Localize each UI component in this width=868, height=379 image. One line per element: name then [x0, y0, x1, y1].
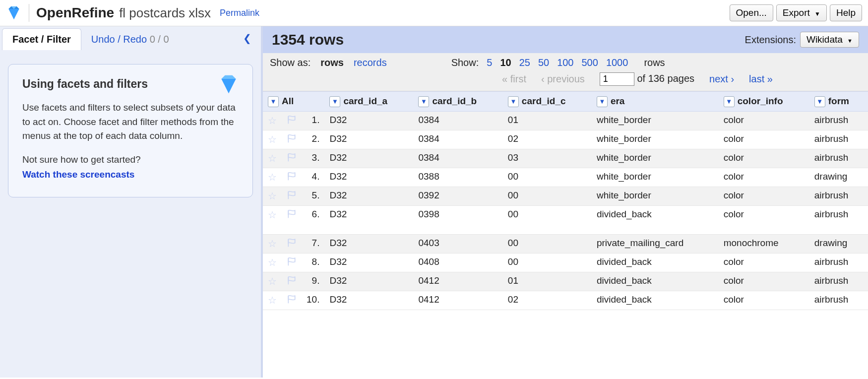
cell-card_id_c[interactable]: 00	[503, 187, 592, 205]
cell-card_id_b[interactable]: 0408	[413, 253, 502, 272]
cell-card_id_a[interactable]: D32	[324, 205, 413, 234]
cell-form[interactable]: airbrush	[809, 205, 868, 234]
star-icon[interactable]: ☆	[268, 238, 277, 250]
cell-form[interactable]: airbrush	[809, 253, 868, 272]
cell-card_id_c[interactable]: 00	[503, 205, 592, 234]
screencasts-link[interactable]: Watch these screencasts	[22, 169, 134, 180]
cell-form[interactable]: airbrush	[809, 272, 868, 291]
star-icon[interactable]: ☆	[268, 256, 277, 268]
flag-icon[interactable]	[287, 256, 297, 269]
star-icon[interactable]: ☆	[268, 115, 277, 126]
flag-icon[interactable]	[287, 152, 297, 165]
flag-icon[interactable]	[287, 209, 297, 221]
star-icon[interactable]: ☆	[268, 209, 277, 221]
star-icon[interactable]: ☆	[268, 171, 277, 183]
cell-color_info[interactable]: color	[719, 187, 809, 205]
show-as-records[interactable]: records	[354, 57, 387, 68]
cell-card_id_c[interactable]: 01	[503, 272, 592, 291]
cell-card_id_c[interactable]: 01	[503, 111, 592, 130]
cell-form[interactable]: airbrush	[809, 130, 868, 149]
cell-card_id_a[interactable]: D32	[324, 111, 413, 130]
cell-card_id_a[interactable]: D32	[324, 168, 413, 187]
cell-form[interactable]: airbrush	[809, 149, 868, 168]
collapse-left-icon[interactable]: ❮	[243, 32, 254, 43]
flag-icon[interactable]	[287, 190, 297, 202]
cell-card_id_b[interactable]: 0384	[413, 111, 502, 130]
column-menu-card_id_c[interactable]: ▼	[508, 96, 519, 107]
cell-card_id_c[interactable]: 00	[503, 253, 592, 272]
tab-facet-filter[interactable]: Facet / Filter	[2, 28, 81, 50]
cell-card_id_a[interactable]: D32	[324, 234, 413, 253]
cell-color_info[interactable]: color	[719, 168, 809, 187]
cell-card_id_c[interactable]: 00	[503, 234, 592, 253]
cell-card_id_b[interactable]: 0412	[413, 291, 502, 310]
cell-color_info[interactable]: color	[719, 205, 809, 234]
star-icon[interactable]: ☆	[268, 133, 277, 145]
flag-icon[interactable]	[287, 115, 297, 127]
cell-form[interactable]: drawing	[809, 234, 868, 253]
cell-color_info[interactable]: color	[719, 253, 809, 272]
cell-color_info[interactable]: color	[719, 130, 809, 149]
flag-icon[interactable]	[287, 238, 297, 250]
cell-form[interactable]: airbrush	[809, 291, 868, 310]
cell-card_id_b[interactable]: 0392	[413, 187, 502, 205]
permalink-link[interactable]: Permalink	[220, 8, 259, 18]
flag-icon[interactable]	[287, 294, 297, 307]
cell-card_id_b[interactable]: 0388	[413, 168, 502, 187]
cell-card_id_c[interactable]: 02	[503, 291, 592, 310]
column-menu-card_id_b[interactable]: ▼	[418, 96, 429, 107]
cell-card_id_c[interactable]: 00	[503, 168, 592, 187]
cell-card_id_b[interactable]: 0398	[413, 205, 502, 234]
star-icon[interactable]: ☆	[268, 190, 277, 202]
pager-prev[interactable]: ‹ previous	[541, 73, 585, 85]
star-icon[interactable]: ☆	[268, 294, 277, 306]
cell-era[interactable]: white_border	[592, 168, 719, 187]
cell-era[interactable]: white_border	[592, 149, 719, 168]
flag-icon[interactable]	[287, 133, 297, 146]
cell-card_id_a[interactable]: D32	[324, 272, 413, 291]
cell-card_id_a[interactable]: D32	[324, 253, 413, 272]
star-icon[interactable]: ☆	[268, 152, 277, 164]
table-scroll[interactable]: ▼All▼card_id_a▼card_id_b▼card_id_c▼era▼c…	[263, 91, 868, 378]
column-menu-all[interactable]: ▼	[268, 96, 279, 107]
cell-card_id_a[interactable]: D32	[324, 130, 413, 149]
cell-card_id_b[interactable]: 0412	[413, 272, 502, 291]
cell-era[interactable]: private_mailing_card	[592, 234, 719, 253]
page-size-50[interactable]: 50	[538, 57, 549, 68]
page-size-500[interactable]: 500	[582, 57, 598, 68]
flag-icon[interactable]	[287, 171, 297, 184]
cell-card_id_c[interactable]: 02	[503, 130, 592, 149]
page-number-input[interactable]	[600, 72, 634, 86]
cell-color_info[interactable]: color	[719, 272, 809, 291]
extension-wikidata-button[interactable]: Wikidata ▼	[800, 32, 859, 48]
pager-first[interactable]: « first	[502, 73, 526, 85]
pager-next[interactable]: next ›	[709, 73, 734, 85]
cell-color_info[interactable]: color	[719, 111, 809, 130]
page-size-5[interactable]: 5	[487, 57, 492, 68]
export-button[interactable]: Export ▼	[776, 4, 827, 21]
star-icon[interactable]: ☆	[268, 275, 277, 287]
pager-last[interactable]: last »	[749, 73, 773, 85]
page-size-1000[interactable]: 1000	[606, 57, 628, 68]
help-button[interactable]: Help	[830, 4, 862, 21]
cell-card_id_a[interactable]: D32	[324, 149, 413, 168]
cell-era[interactable]: white_border	[592, 111, 719, 130]
cell-color_info[interactable]: color	[719, 149, 809, 168]
show-as-rows[interactable]: rows	[320, 57, 344, 68]
cell-form[interactable]: airbrush	[809, 187, 868, 205]
cell-era[interactable]: white_border	[592, 187, 719, 205]
column-menu-form[interactable]: ▼	[814, 96, 825, 107]
page-size-10[interactable]: 10	[500, 57, 511, 68]
cell-card_id_a[interactable]: D32	[324, 291, 413, 310]
page-size-100[interactable]: 100	[557, 57, 573, 68]
cell-color_info[interactable]: color	[719, 291, 809, 310]
cell-card_id_b[interactable]: 0384	[413, 130, 502, 149]
open-button[interactable]: Open...	[730, 4, 773, 21]
cell-card_id_b[interactable]: 0403	[413, 234, 502, 253]
flag-icon[interactable]	[287, 275, 297, 288]
column-menu-color_info[interactable]: ▼	[724, 96, 735, 107]
column-menu-era[interactable]: ▼	[597, 96, 608, 107]
cell-form[interactable]: drawing	[809, 168, 868, 187]
cell-color_info[interactable]: monochrome	[719, 234, 809, 253]
cell-era[interactable]: divided_back	[592, 272, 719, 291]
